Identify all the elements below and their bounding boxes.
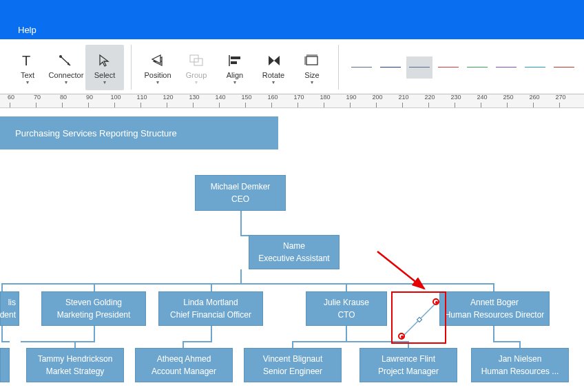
node-name: lis — [8, 296, 16, 309]
separator — [131, 45, 132, 90]
chevron-down-icon: ▾ — [272, 81, 275, 85]
org-node-marketing[interactable]: Steven Golding Marketing President — [41, 291, 146, 326]
connector-line[interactable] — [182, 341, 184, 348]
diagram-title-block[interactable]: Purchasing Services Reporting Structure — [0, 116, 278, 149]
position-tool-label: Position — [144, 71, 171, 79]
org-node-partial-2[interactable] — [0, 348, 10, 382]
connector-line[interactable] — [493, 341, 521, 342]
connector-tool[interactable]: Connector ▾ — [47, 45, 85, 90]
align-tool[interactable]: Align ▾ — [216, 45, 254, 90]
connector-line[interactable] — [240, 235, 249, 236]
line-style-swatch[interactable] — [406, 56, 432, 79]
connector-line[interactable] — [211, 326, 212, 342]
chevron-down-icon: ▾ — [26, 81, 29, 85]
chevron-down-icon: ▾ — [65, 81, 67, 85]
menu-help[interactable]: Help — [18, 25, 36, 35]
org-node-account-manager[interactable]: Atheeq Ahmed Account Manager — [135, 348, 233, 382]
chevron-down-icon: ▾ — [311, 81, 313, 85]
connector-line[interactable] — [493, 326, 494, 342]
org-node-senior-engineer[interactable]: Vincent Blignaut Senior Engineer — [244, 348, 342, 382]
select-tool[interactable]: Select ▾ — [85, 45, 124, 90]
line-style-swatch[interactable] — [551, 56, 577, 79]
connector-line[interactable] — [1, 341, 10, 342]
line-style-swatch[interactable] — [493, 56, 519, 79]
node-name: Annett Boger — [470, 296, 519, 309]
connector-line[interactable] — [240, 269, 242, 283]
group-icon — [188, 50, 205, 71]
node-role: Human Resources ... — [481, 365, 559, 378]
line-style-gallery — [342, 42, 577, 92]
node-name: Atheeq Ahmed — [157, 353, 211, 365]
org-node-ceo[interactable]: Michael Demker CEO — [195, 175, 286, 211]
connector-line[interactable] — [21, 341, 95, 342]
connector-line[interactable] — [240, 211, 242, 235]
chevron-down-icon: ▾ — [195, 81, 198, 85]
chevron-down-icon: ▾ — [233, 81, 236, 85]
connector-line[interactable] — [493, 283, 494, 291]
rotate-icon — [265, 50, 282, 71]
org-node-hr[interactable]: Annett Boger Human Resources Director — [439, 291, 550, 326]
size-tool[interactable]: Size ▾ — [293, 45, 331, 90]
connector-line[interactable] — [346, 326, 347, 342]
connector-line[interactable] — [74, 341, 76, 348]
node-name: Vincent Blignaut — [263, 353, 323, 365]
org-node-hr2[interactable]: Jan Nielsen Human Resources ... — [471, 348, 569, 382]
connector-line[interactable] — [292, 341, 293, 348]
select-tool-label: Select — [94, 71, 116, 79]
connector-line[interactable] — [211, 283, 212, 291]
connector-line[interactable] — [94, 283, 95, 291]
group-tool-label: Group — [186, 71, 207, 79]
text-tool-label: Text — [21, 71, 34, 79]
node-role: Executive Assistant — [258, 252, 329, 265]
diagram-canvas[interactable]: Purchasing Services Reporting Structure … — [0, 108, 584, 392]
size-icon — [304, 50, 320, 71]
node-role: dent — [0, 309, 16, 321]
node-role: CEO — [231, 193, 249, 205]
connector-line[interactable] — [1, 283, 3, 291]
line-style-swatch[interactable] — [464, 56, 490, 79]
org-node-project-manager[interactable]: Lawrence Flint Project Manager — [359, 348, 457, 382]
node-name: Steven Golding — [65, 296, 122, 309]
node-name: Linda Mortland — [183, 296, 238, 309]
connector-tool-label: Connector — [49, 71, 84, 79]
connector-icon — [58, 50, 74, 71]
org-node-partial[interactable]: lis dent — [0, 291, 19, 326]
org-node-cfo[interactable]: Linda Mortland Chief Financial Officer — [158, 291, 263, 326]
node-role: Project Manager — [378, 365, 439, 378]
node-role: Human Resources Director — [445, 309, 545, 321]
connector-line[interactable] — [1, 326, 3, 342]
org-node-market-strategy[interactable]: Tammy Hendrickson Market Strategy — [26, 348, 124, 382]
connector-line[interactable] — [519, 341, 521, 348]
position-icon — [149, 50, 166, 71]
connector-endpoint[interactable] — [398, 333, 405, 340]
connector-line[interactable] — [94, 326, 95, 342]
node-name: Name — [283, 240, 305, 252]
rotate-tool[interactable]: Rotate ▾ — [254, 45, 293, 90]
separator — [338, 45, 339, 90]
line-style-swatch[interactable] — [377, 56, 404, 79]
line-style-swatch[interactable] — [435, 56, 461, 79]
node-role: Chief Financial Officer — [170, 309, 251, 321]
node-name: Lawrence Flint — [382, 353, 435, 365]
connector-line[interactable] — [346, 283, 347, 291]
size-tool-label: Size — [304, 71, 319, 79]
chevron-down-icon: ▾ — [156, 81, 159, 85]
svg-rect-6 — [231, 61, 237, 64]
org-node-ea[interactable]: Name Executive Assistant — [249, 235, 340, 269]
text-tool[interactable]: T Text ▾ — [8, 45, 47, 90]
svg-line-11 — [377, 251, 424, 289]
diagram-title: Purchasing Services Reporting Structure — [15, 128, 177, 138]
text-icon: T — [20, 50, 35, 71]
node-role: CTO — [337, 309, 355, 321]
line-style-swatch[interactable] — [348, 56, 375, 79]
node-role: Account Manager — [152, 365, 216, 378]
node-role: Market Strategy — [46, 365, 105, 378]
chevron-down-icon: ▾ — [103, 81, 106, 85]
horizontal-ruler: 6070809010011012013014015016017018019020… — [0, 94, 584, 108]
svg-rect-7 — [306, 56, 317, 65]
line-style-swatch[interactable] — [522, 56, 548, 79]
align-icon — [227, 50, 243, 71]
svg-text:T: T — [22, 53, 30, 68]
position-tool[interactable]: Position ▾ — [138, 45, 177, 90]
connector-line[interactable] — [182, 341, 212, 342]
